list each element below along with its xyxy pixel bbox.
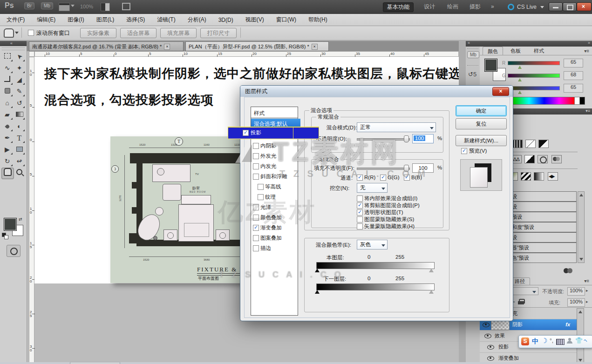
scroll-all-windows-checkbox[interactable]	[28, 30, 34, 36]
panel-menu-icon[interactable]: ▾≡	[584, 48, 589, 54]
screen-mode-icon[interactable]	[122, 3, 130, 10]
style-item[interactable]: 纹理	[251, 192, 298, 202]
layers-opacity-value[interactable]: 100%	[567, 287, 585, 296]
menu-image[interactable]: 图像(I)	[68, 16, 84, 24]
ime-fullhalf-icon[interactable]: ☽	[541, 337, 547, 345]
lasso-tool[interactable]: ∿	[1, 63, 13, 74]
selective-color-adjustment-icon[interactable]: ◀▶	[548, 172, 558, 181]
guides-icon[interactable]	[59, 3, 70, 11]
style-item[interactable]: 渐变叠加	[251, 222, 298, 233]
menu-window[interactable]: 窗口(W)	[276, 16, 296, 24]
underlying-layer-ramp[interactable]	[316, 283, 435, 290]
rectangle-shape-tool[interactable]	[14, 144, 25, 155]
curves-adjustment-icon[interactable]	[525, 140, 536, 148]
style-item[interactable]: 内阴影	[251, 141, 298, 151]
opacity-slider[interactable]	[357, 138, 410, 141]
b-slider-marker[interactable]	[518, 91, 522, 94]
document-tab-inactive[interactable]: 南通苏建希尔顿客房2.psd @ 16.7% (背景 副本, RGB/8) *×	[29, 41, 184, 51]
panel-dock-header[interactable]: «»	[466, 41, 592, 47]
crop-tool[interactable]	[1, 74, 13, 85]
channel-b-checkbox[interactable]	[404, 175, 410, 181]
magic-wand-tool[interactable]: ✦	[14, 63, 25, 74]
this-layer-white-stop[interactable]	[429, 269, 434, 272]
reset-button[interactable]: 复位	[456, 118, 507, 129]
style-item[interactable]: 等高线	[251, 182, 298, 192]
style-item[interactable]: 描边	[251, 243, 298, 253]
preset-item[interactable]: 设	[510, 232, 577, 243]
levels-adjustment-icon[interactable]	[512, 140, 523, 148]
minimize-button[interactable]	[549, 2, 563, 11]
layers-panel-menu-icon[interactable]: ▾≡	[584, 278, 589, 283]
g-value[interactable]: 68	[564, 71, 583, 80]
style-item[interactable]: 外发光	[251, 151, 298, 161]
b-slider[interactable]	[508, 86, 560, 90]
preset-item[interactable]: 设	[510, 191, 577, 202]
this-layer-ramp[interactable]	[316, 262, 435, 269]
cs-live-dropdown-icon[interactable]	[540, 6, 544, 8]
preset-item[interactable]: 预设	[510, 212, 577, 222]
workspace-paint-button[interactable]: 绘画	[443, 2, 462, 11]
tools-grip[interactable]	[2, 47, 25, 50]
transparency-shapes-checkbox[interactable]	[357, 209, 363, 216]
style-item[interactable]: 图案叠加	[251, 233, 298, 243]
restore-button[interactable]	[563, 2, 577, 11]
visibility-eye-icon[interactable]	[487, 356, 494, 361]
presets-scrollbar[interactable]	[578, 191, 585, 263]
fill-opacity-slider-thumb[interactable]	[404, 165, 409, 172]
horizontal-ruler[interactable]: 10 5 0 5 10 15 20 25 30 35 40 45	[34, 51, 459, 57]
tools-collapse-icon[interactable]: «	[0, 41, 27, 46]
brush-tool[interactable]: ✎	[14, 86, 25, 97]
preset-item[interactable]: 设	[510, 202, 577, 212]
layer-mask-hides-checkbox[interactable]	[357, 216, 363, 222]
3d-rotate-tool[interactable]: ↻	[1, 156, 13, 167]
workspace-more-button[interactable]: »	[487, 2, 498, 11]
fit-screen-button[interactable]: 适合屏幕	[120, 28, 157, 38]
tool-preset-dropdown-icon[interactable]	[15, 32, 19, 34]
dodge-tool[interactable]: ◐	[14, 121, 25, 132]
blend-mode-combo[interactable]: 正常	[357, 122, 436, 132]
ime-softkeyboard-icon[interactable]	[556, 339, 565, 345]
move-tool[interactable]: ➤	[14, 51, 25, 62]
blur-tool[interactable]	[1, 121, 13, 132]
rectangular-marquee-tool[interactable]	[1, 51, 13, 62]
gradient-map-adjustment-icon[interactable]	[534, 172, 544, 181]
pen-tool[interactable]: ✒	[1, 133, 13, 143]
exposure-adjustment-icon[interactable]	[538, 140, 549, 148]
history-panel-icon[interactable]: ↺5	[468, 71, 476, 78]
r-slider[interactable]	[508, 61, 560, 65]
minibridge-panel-icon[interactable]: Mb	[467, 51, 479, 58]
hand-tool[interactable]	[1, 168, 14, 179]
menu-help[interactable]: 帮助(H)	[308, 16, 327, 24]
visibility-eye-icon[interactable]	[484, 334, 491, 338]
style-item[interactable]: 内发光	[251, 161, 298, 171]
layer-thumbnail[interactable]	[491, 320, 510, 330]
underlying-white-stop[interactable]	[429, 290, 434, 294]
opacity-slider-thumb[interactable]	[404, 135, 409, 142]
cs-live-label[interactable]: CS Live	[517, 4, 537, 10]
ok-button[interactable]: 确定	[456, 105, 507, 116]
menu-layer[interactable]: 图层(L)	[96, 16, 115, 24]
eyedropper-tool[interactable]: ◢	[14, 74, 25, 85]
menu-file[interactable]: 文件(F)	[7, 16, 25, 24]
ime-account-icon[interactable]	[567, 338, 572, 344]
menu-filter[interactable]: 滤镜(T)	[157, 16, 175, 24]
dialog-close-button[interactable]: ×	[492, 87, 509, 96]
g-slider[interactable]	[508, 74, 560, 78]
blend-clipped-checkbox[interactable]	[357, 202, 363, 209]
this-layer-black-stop[interactable]	[315, 269, 320, 272]
minibridge-icon[interactable]: Mb	[41, 2, 53, 9]
menu-analysis[interactable]: 分析(A)	[188, 16, 206, 24]
arrange-documents-icon[interactable]	[101, 3, 110, 11]
type-tool[interactable]: T	[14, 133, 25, 143]
style-item[interactable]: 颜色叠加	[251, 212, 298, 222]
dragged-style-item-dropshadow[interactable]: 投影	[228, 127, 319, 139]
zoom-tool[interactable]	[14, 168, 25, 178]
close-button[interactable]: ×	[577, 2, 592, 11]
layers-fill-value[interactable]: 100%	[567, 298, 585, 307]
gradient-tool[interactable]	[14, 109, 25, 120]
photo-filter-adjustment-icon[interactable]	[538, 155, 548, 163]
tab-swatches[interactable]: 色板	[506, 47, 525, 55]
tab-color[interactable]: 颜色	[483, 47, 503, 55]
blend-interior-checkbox[interactable]	[357, 195, 363, 202]
g-slider-marker[interactable]	[518, 78, 522, 81]
